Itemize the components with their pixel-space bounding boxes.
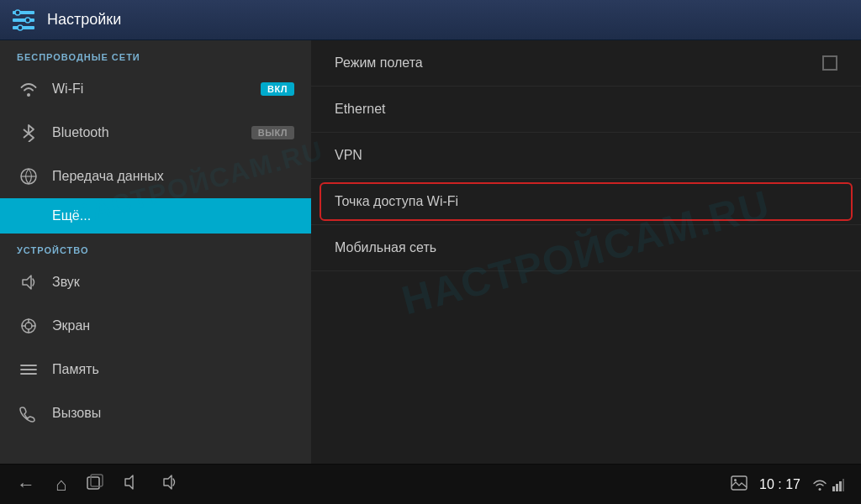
status-icons — [812, 478, 844, 491]
memory-icon — [17, 358, 40, 381]
sidebar-item-data-transfer[interactable]: Передача данных — [0, 155, 311, 198]
screen-label: Экран — [52, 318, 294, 333]
wireless-section-header: БЕСПРОВОДНЫЕ СЕТИ — [0, 40, 311, 67]
wifi-toggle[interactable]: ВКЛ — [261, 82, 294, 96]
hotspot-label: Точка доступа Wi-Fi — [335, 194, 837, 209]
mobile-label: Мобильная сеть — [335, 240, 837, 255]
sound-label: Звук — [52, 275, 294, 290]
content-item-ethernet[interactable]: Ethernet — [311, 87, 861, 133]
screen-icon — [17, 314, 40, 338]
wifi-label: Wi-Fi — [52, 81, 261, 97]
vol-up-button[interactable] — [162, 475, 181, 494]
vpn-label: VPN — [335, 148, 837, 163]
svg-marker-16 — [125, 475, 133, 489]
svg-rect-20 — [832, 486, 835, 491]
sidebar-item-calls[interactable]: Вызовы — [0, 391, 311, 435]
device-section-header: УСТРОЙСТВО — [0, 234, 311, 260]
svg-rect-2 — [13, 26, 34, 29]
nav-left: ← ⌂ — [17, 474, 731, 496]
wifi-status-icon — [812, 478, 827, 491]
memory-label: Память — [52, 362, 294, 377]
svg-marker-17 — [164, 475, 172, 489]
sidebar-item-sound[interactable]: Звук — [0, 260, 311, 304]
sidebar-item-more[interactable]: Ещё... — [0, 198, 311, 234]
bluetooth-label: Bluetooth — [52, 125, 251, 140]
more-label: Ещё... — [17, 208, 294, 223]
back-button[interactable]: ← — [17, 474, 35, 496]
bluetooth-toggle[interactable]: ВЫКЛ — [251, 126, 294, 139]
settings-app-icon — [10, 7, 37, 34]
data-transfer-label: Передача данных — [52, 169, 294, 184]
bluetooth-icon — [17, 121, 40, 144]
calls-label: Вызовы — [52, 406, 294, 421]
bottom-bar: ← ⌂ 10 : 17 — [0, 464, 861, 504]
content-item-mobile[interactable]: Мобильная сеть — [311, 225, 861, 271]
svg-point-4 — [25, 18, 30, 23]
svg-rect-23 — [843, 479, 844, 491]
gallery-icon — [731, 475, 747, 494]
svg-rect-14 — [87, 477, 99, 489]
recent-button[interactable] — [87, 474, 103, 495]
sidebar-item-screen[interactable]: Экран — [0, 304, 311, 348]
content-area: Режим полета Ethernet VPN Точка доступа … — [311, 40, 861, 464]
sidebar-item-wifi[interactable]: Wi-Fi ВКЛ — [0, 67, 311, 111]
svg-point-19 — [734, 479, 737, 481]
vol-down-button[interactable] — [124, 475, 142, 494]
sound-icon — [17, 270, 40, 294]
nav-right: 10 : 17 — [731, 475, 844, 494]
svg-rect-22 — [839, 481, 842, 491]
svg-point-10 — [25, 323, 32, 329]
sidebar: БЕСПРОВОДНЫЕ СЕТИ Wi-Fi ВКЛ — [0, 40, 311, 464]
time-display: 10 : 17 — [759, 477, 800, 492]
content-item-airplane[interactable]: Режим полета — [311, 40, 861, 87]
home-button[interactable]: ⌂ — [55, 474, 66, 496]
sidebar-item-bluetooth[interactable]: Bluetooth ВЫКЛ — [0, 111, 311, 155]
page-title: Настройки — [47, 11, 121, 29]
svg-rect-1 — [13, 18, 34, 22]
svg-rect-21 — [836, 484, 838, 491]
svg-rect-15 — [91, 475, 103, 486]
svg-rect-18 — [732, 476, 747, 490]
main-layout: БЕСПРОВОДНЫЕ СЕТИ Wi-Fi ВКЛ — [0, 40, 861, 464]
data-transfer-icon — [17, 165, 40, 188]
ethernet-label: Ethernet — [335, 102, 837, 117]
top-bar: Настройки — [0, 0, 861, 40]
svg-point-3 — [15, 10, 20, 15]
airplane-checkbox[interactable] — [822, 55, 837, 71]
airplane-label: Режим полета — [335, 55, 822, 71]
content-item-hotspot[interactable]: Точка доступа Wi-Fi — [311, 179, 861, 225]
svg-point-5 — [18, 25, 23, 30]
calls-icon — [17, 402, 40, 425]
svg-marker-8 — [23, 276, 31, 289]
wifi-icon — [17, 77, 40, 101]
signal-icon — [832, 478, 844, 491]
sidebar-item-memory[interactable]: Память — [0, 348, 311, 391]
content-item-vpn[interactable]: VPN — [311, 133, 861, 179]
